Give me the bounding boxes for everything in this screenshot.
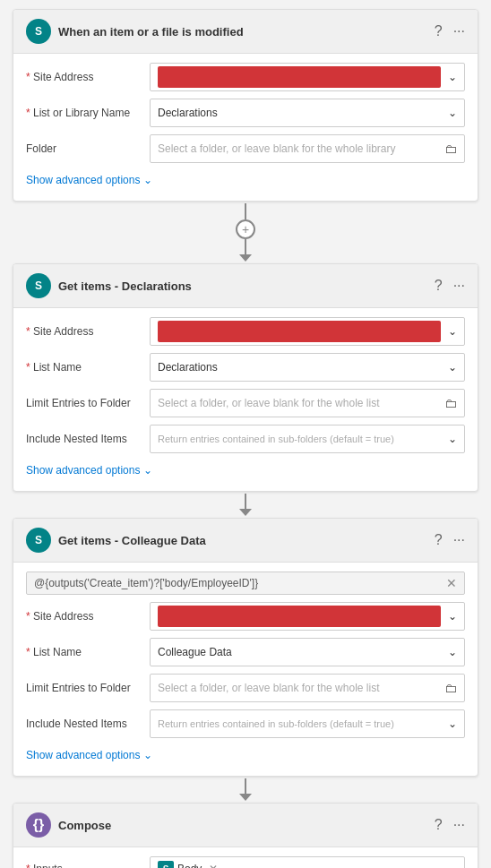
get-items-1-nested-control: Return entries contained in sub-folders … <box>150 425 465 453</box>
trigger-folder-control: Select a folder, or leave blank for the … <box>150 134 465 163</box>
connector-1-plus[interactable]: + <box>236 219 255 239</box>
trigger-icon: S <box>26 19 51 44</box>
get-items-1-header: S Get items - Declarations ? ··· <box>13 264 478 308</box>
compose-inputs-row: Inputs S Body ✕ <box>26 856 465 868</box>
get-items-2-advanced-chevron: ⌄ <box>143 749 152 761</box>
trigger-list-name-arrow: ⌄ <box>448 107 457 119</box>
trigger-list-name-label: List or Library Name <box>26 107 142 119</box>
connector-3 <box>239 778 252 801</box>
get-items-1-folder-placeholder: Select a folder, or leave blank for the … <box>158 397 379 409</box>
trigger-header-right: ? ··· <box>435 24 465 39</box>
get-items-2-list-arrow: ⌄ <box>448 646 457 658</box>
get-items-1-menu-icon[interactable]: ··· <box>453 279 465 293</box>
trigger-help-icon[interactable]: ? <box>435 24 443 39</box>
get-items-2-filter-close[interactable]: ✕ <box>446 576 457 590</box>
get-items-1-list-label: List Name <box>26 361 142 374</box>
get-items-2-nested-row: Include Nested Items Return entries cont… <box>26 709 465 738</box>
trigger-list-name-control: Declarations ⌄ <box>150 99 465 127</box>
compose-tag-icon: S <box>158 861 174 868</box>
connector-2-arrow <box>239 509 252 516</box>
trigger-advanced-chevron: ⌄ <box>143 174 152 186</box>
get-items-1-site-red <box>158 321 441 342</box>
flow-container: S When an item or a file is modified ? ·… <box>0 0 491 868</box>
connector-3-line <box>245 778 246 795</box>
trigger-folder-placeholder: Select a folder, or leave blank for the … <box>158 142 395 155</box>
compose-tag-label: Body <box>177 863 202 868</box>
get-items-2-advanced-label: Show advanced options <box>26 749 140 761</box>
get-items-1-advanced-label: Show advanced options <box>26 464 140 477</box>
trigger-list-name-row: List or Library Name Declarations ⌄ <box>26 99 465 127</box>
get-items-2-site-red <box>158 606 441 627</box>
get-items-2-folder-placeholder: Select a folder, or leave blank for the … <box>158 682 379 694</box>
get-items-2-list-select[interactable]: Colleague Data ⌄ <box>150 638 465 666</box>
get-items-1-nested-row: Include Nested Items Return entries cont… <box>26 425 465 453</box>
trigger-folder-icon: 🗀 <box>444 142 457 156</box>
get-items-1-card: S Get items - Declarations ? ··· Site Ad… <box>13 263 478 492</box>
get-items-2-help-icon[interactable]: ? <box>435 533 443 547</box>
compose-header-right: ? ··· <box>435 818 465 832</box>
get-items-1-list-row: List Name Declarations ⌄ <box>26 353 465 382</box>
get-items-1-advanced-chevron: ⌄ <box>143 464 152 477</box>
compose-menu-icon[interactable]: ··· <box>453 818 465 832</box>
connector-1-line <box>245 203 246 219</box>
get-items-1-list-control: Declarations ⌄ <box>150 353 465 382</box>
connector-2 <box>239 494 252 516</box>
connector-1: + <box>236 203 255 262</box>
trigger-folder-label: Folder <box>26 142 142 155</box>
connector-1-line2 <box>245 239 246 255</box>
get-items-2-list-control: Colleague Data ⌄ <box>150 638 465 666</box>
trigger-card-body: Site Address ⌄ List or Library Name Decl… <box>13 54 478 201</box>
get-items-1-list-value: Declarations <box>158 361 218 374</box>
compose-inputs-tag[interactable]: S Body ✕ <box>150 856 465 868</box>
connector-1-arrow <box>239 254 252 262</box>
trigger-site-address-row: Site Address ⌄ <box>26 63 465 91</box>
get-items-2-folder-icon: 🗀 <box>444 681 457 695</box>
get-items-2-site-control: ⌄ <box>150 602 465 631</box>
get-items-1-site-row: Site Address ⌄ <box>26 317 465 346</box>
compose-title: Compose <box>58 819 111 832</box>
get-items-1-show-advanced[interactable]: Show advanced options ⌄ <box>26 460 465 482</box>
get-items-1-folder-icon: 🗀 <box>444 396 457 410</box>
get-items-2-filter-text: @{outputs('Create_item')?['body/Employee… <box>34 577 258 589</box>
trigger-title: When an item or a file is modified <box>58 25 244 39</box>
get-items-1-help-icon[interactable]: ? <box>435 279 443 293</box>
compose-header-left: {} Compose <box>26 812 111 838</box>
get-items-2-show-advanced[interactable]: Show advanced options ⌄ <box>26 745 465 767</box>
get-items-1-nested-select[interactable]: Return entries contained in sub-folders … <box>150 425 465 453</box>
compose-help-icon[interactable]: ? <box>435 818 443 832</box>
get-items-2-list-row: List Name Colleague Data ⌄ <box>26 638 465 666</box>
get-items-2-nested-arrow: ⌄ <box>448 718 457 730</box>
get-items-1-folder-input[interactable]: Select a folder, or leave blank for the … <box>150 389 465 417</box>
connector-3-arrow <box>239 794 252 801</box>
trigger-site-address-arrow: ⌄ <box>448 71 457 83</box>
get-items-2-nested-select[interactable]: Return entries contained in sub-folders … <box>150 709 465 738</box>
get-items-1-title: Get items - Declarations <box>58 279 192 293</box>
get-items-2-site-row: Site Address ⌄ <box>26 602 465 631</box>
get-items-2-folder-input[interactable]: Select a folder, or leave blank for the … <box>150 674 465 702</box>
get-items-2-list-label: List Name <box>26 646 142 658</box>
get-items-2-icon: S <box>26 528 51 553</box>
get-items-2-card: S Get items - Colleague Data ? ··· @{out… <box>13 518 478 777</box>
trigger-site-address-control: ⌄ <box>150 63 465 91</box>
trigger-site-address-label: Site Address <box>26 71 142 83</box>
trigger-show-advanced[interactable]: Show advanced options ⌄ <box>26 170 465 192</box>
trigger-site-address-select[interactable]: ⌄ <box>150 63 465 91</box>
get-items-2-site-select[interactable]: ⌄ <box>150 602 465 631</box>
get-items-2-menu-icon[interactable]: ··· <box>453 533 465 547</box>
get-items-1-site-select[interactable]: ⌄ <box>150 317 465 346</box>
trigger-folder-row: Folder Select a folder, or leave blank f… <box>26 134 465 163</box>
trigger-advanced-label: Show advanced options <box>26 174 140 186</box>
compose-icon: {} <box>26 812 51 838</box>
trigger-list-name-select[interactable]: Declarations ⌄ <box>150 99 465 127</box>
compose-tag-close[interactable]: ✕ <box>209 863 218 868</box>
trigger-folder-input[interactable]: Select a folder, or leave blank for the … <box>150 134 465 163</box>
compose-inputs-label: Inputs <box>26 863 142 868</box>
get-items-1-folder-label: Limit Entries to Folder <box>26 397 142 409</box>
get-items-1-list-select[interactable]: Declarations ⌄ <box>150 353 465 382</box>
get-items-2-header-left: S Get items - Colleague Data <box>26 528 206 553</box>
get-items-2-header: S Get items - Colleague Data ? ··· <box>13 519 478 563</box>
get-items-2-folder-row: Limit Entries to Folder Select a folder,… <box>26 674 465 702</box>
get-items-1-list-arrow: ⌄ <box>448 361 457 374</box>
trigger-menu-icon[interactable]: ··· <box>453 24 465 39</box>
get-items-1-nested-label: Include Nested Items <box>26 433 142 445</box>
